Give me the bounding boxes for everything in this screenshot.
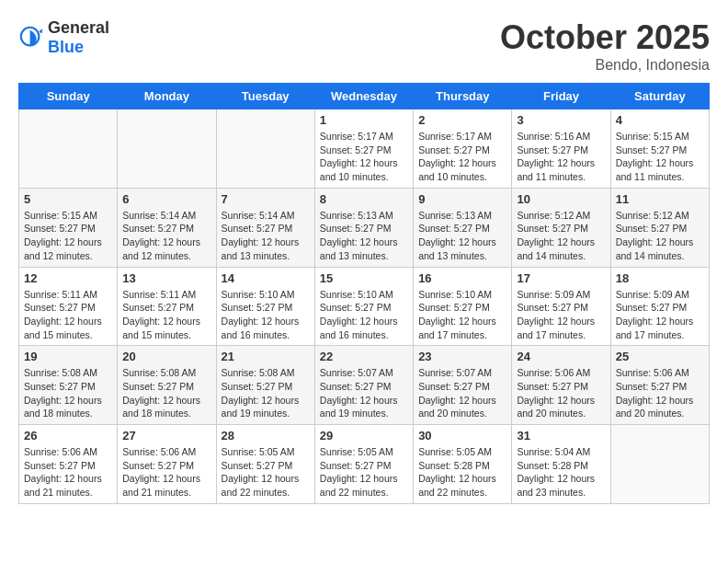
calendar-cell: 28Sunrise: 5:05 AMSunset: 5:27 PMDayligh… bbox=[216, 425, 314, 504]
logo-blue: Blue bbox=[48, 38, 84, 56]
calendar-cell: 16Sunrise: 5:10 AMSunset: 5:27 PMDayligh… bbox=[414, 267, 512, 346]
day-info: Sunrise: 5:12 AMSunset: 5:27 PMDaylight:… bbox=[616, 209, 704, 263]
day-number: 1 bbox=[320, 113, 408, 127]
week-row-2: 5Sunrise: 5:15 AMSunset: 5:27 PMDaylight… bbox=[19, 188, 710, 267]
calendar-cell: 19Sunrise: 5:08 AMSunset: 5:27 PMDayligh… bbox=[19, 346, 118, 425]
day-info: Sunrise: 5:08 AMSunset: 5:27 PMDaylight:… bbox=[24, 366, 112, 420]
day-info: Sunrise: 5:15 AMSunset: 5:27 PMDaylight:… bbox=[24, 209, 112, 263]
calendar-cell: 18Sunrise: 5:09 AMSunset: 5:27 PMDayligh… bbox=[610, 267, 709, 346]
day-info: Sunrise: 5:05 AMSunset: 5:27 PMDaylight:… bbox=[320, 445, 408, 500]
calendar-cell: 15Sunrise: 5:10 AMSunset: 5:27 PMDayligh… bbox=[314, 267, 413, 346]
calendar-cell: 8Sunrise: 5:13 AMSunset: 5:27 PMDaylight… bbox=[314, 188, 413, 267]
calendar-header: SundayMondayTuesdayWednesdayThursdayFrid… bbox=[19, 84, 710, 109]
column-header-sunday: Sunday bbox=[19, 84, 118, 109]
month-title: October 2025 bbox=[500, 18, 710, 57]
logo-icon bbox=[18, 25, 44, 51]
logo-general: General bbox=[48, 18, 109, 37]
day-info: Sunrise: 5:08 AMSunset: 5:27 PMDaylight:… bbox=[122, 366, 210, 420]
day-number: 5 bbox=[24, 192, 112, 206]
calendar-cell: 5Sunrise: 5:15 AMSunset: 5:27 PMDaylight… bbox=[19, 188, 118, 267]
day-info: Sunrise: 5:17 AMSunset: 5:27 PMDaylight:… bbox=[320, 130, 408, 184]
day-number: 25 bbox=[616, 350, 704, 363]
calendar: SundayMondayTuesdayWednesdayThursdayFrid… bbox=[18, 83, 710, 504]
column-header-saturday: Saturday bbox=[610, 84, 709, 109]
header-row: SundayMondayTuesdayWednesdayThursdayFrid… bbox=[19, 84, 710, 109]
column-header-thursday: Thursday bbox=[414, 84, 512, 109]
calendar-cell: 4Sunrise: 5:15 AMSunset: 5:27 PMDaylight… bbox=[610, 109, 709, 189]
day-info: Sunrise: 5:06 AMSunset: 5:27 PMDaylight:… bbox=[24, 445, 112, 500]
day-number: 15 bbox=[320, 271, 408, 285]
calendar-cell: 11Sunrise: 5:12 AMSunset: 5:27 PMDayligh… bbox=[610, 188, 709, 267]
day-info: Sunrise: 5:07 AMSunset: 5:27 PMDaylight:… bbox=[418, 366, 506, 420]
calendar-cell: 3Sunrise: 5:16 AMSunset: 5:27 PMDaylight… bbox=[512, 109, 610, 189]
day-number: 2 bbox=[418, 113, 506, 127]
week-row-1: 1Sunrise: 5:17 AMSunset: 5:27 PMDaylight… bbox=[19, 109, 710, 189]
calendar-cell: 21Sunrise: 5:08 AMSunset: 5:27 PMDayligh… bbox=[216, 346, 314, 425]
calendar-cell: 10Sunrise: 5:12 AMSunset: 5:27 PMDayligh… bbox=[512, 188, 610, 267]
calendar-cell: 6Sunrise: 5:14 AMSunset: 5:27 PMDaylight… bbox=[118, 188, 216, 267]
day-number: 26 bbox=[24, 429, 112, 442]
day-info: Sunrise: 5:15 AMSunset: 5:27 PMDaylight:… bbox=[616, 130, 704, 184]
day-info: Sunrise: 5:11 AMSunset: 5:27 PMDaylight:… bbox=[122, 288, 210, 342]
calendar-cell: 2Sunrise: 5:17 AMSunset: 5:27 PMDaylight… bbox=[414, 109, 512, 189]
calendar-cell: 24Sunrise: 5:06 AMSunset: 5:27 PMDayligh… bbox=[512, 346, 610, 425]
day-number: 29 bbox=[320, 429, 408, 442]
day-number: 21 bbox=[222, 350, 310, 363]
calendar-cell: 1Sunrise: 5:17 AMSunset: 5:27 PMDaylight… bbox=[314, 109, 413, 189]
day-info: Sunrise: 5:08 AMSunset: 5:27 PMDaylight:… bbox=[222, 366, 310, 420]
calendar-cell: 26Sunrise: 5:06 AMSunset: 5:27 PMDayligh… bbox=[19, 425, 118, 504]
column-header-monday: Monday bbox=[118, 84, 216, 109]
calendar-cell: 30Sunrise: 5:05 AMSunset: 5:28 PMDayligh… bbox=[414, 425, 512, 504]
day-info: Sunrise: 5:10 AMSunset: 5:27 PMDaylight:… bbox=[418, 288, 506, 342]
day-info: Sunrise: 5:13 AMSunset: 5:27 PMDaylight:… bbox=[418, 209, 506, 263]
day-info: Sunrise: 5:16 AMSunset: 5:27 PMDaylight:… bbox=[517, 130, 605, 184]
column-header-friday: Friday bbox=[512, 84, 610, 109]
day-number: 14 bbox=[222, 271, 310, 285]
calendar-cell: 29Sunrise: 5:05 AMSunset: 5:27 PMDayligh… bbox=[314, 425, 413, 504]
calendar-cell: 17Sunrise: 5:09 AMSunset: 5:27 PMDayligh… bbox=[512, 267, 610, 346]
day-info: Sunrise: 5:13 AMSunset: 5:27 PMDaylight:… bbox=[320, 209, 408, 263]
title-block: October 2025 Bendo, Indonesia bbox=[500, 18, 710, 74]
day-number: 30 bbox=[418, 429, 506, 442]
day-info: Sunrise: 5:11 AMSunset: 5:27 PMDaylight:… bbox=[24, 288, 112, 342]
day-number: 31 bbox=[517, 429, 605, 442]
day-number: 4 bbox=[616, 113, 704, 127]
day-info: Sunrise: 5:12 AMSunset: 5:27 PMDaylight:… bbox=[517, 209, 605, 263]
day-info: Sunrise: 5:07 AMSunset: 5:27 PMDaylight:… bbox=[320, 366, 408, 420]
day-number: 18 bbox=[616, 271, 704, 285]
location: Bendo, Indonesia bbox=[500, 57, 710, 74]
day-info: Sunrise: 5:06 AMSunset: 5:27 PMDaylight:… bbox=[517, 366, 605, 420]
day-number: 3 bbox=[517, 113, 605, 127]
page-header: General Blue October 2025 Bendo, Indones… bbox=[18, 18, 710, 74]
day-number: 24 bbox=[517, 350, 605, 363]
day-number: 20 bbox=[122, 350, 210, 363]
day-info: Sunrise: 5:04 AMSunset: 5:28 PMDaylight:… bbox=[517, 445, 605, 500]
week-row-4: 19Sunrise: 5:08 AMSunset: 5:27 PMDayligh… bbox=[19, 346, 710, 425]
column-header-wednesday: Wednesday bbox=[314, 84, 413, 109]
column-header-tuesday: Tuesday bbox=[216, 84, 314, 109]
calendar-cell bbox=[216, 109, 314, 189]
day-info: Sunrise: 5:17 AMSunset: 5:27 PMDaylight:… bbox=[418, 130, 506, 184]
logo: General Blue bbox=[18, 18, 109, 57]
day-number: 10 bbox=[517, 192, 605, 206]
calendar-cell bbox=[118, 109, 216, 189]
day-number: 27 bbox=[122, 429, 210, 442]
day-number: 16 bbox=[418, 271, 506, 285]
day-info: Sunrise: 5:06 AMSunset: 5:27 PMDaylight:… bbox=[616, 366, 704, 420]
day-number: 9 bbox=[418, 192, 506, 206]
calendar-body: 1Sunrise: 5:17 AMSunset: 5:27 PMDaylight… bbox=[19, 109, 710, 504]
day-info: Sunrise: 5:06 AMSunset: 5:27 PMDaylight:… bbox=[122, 445, 210, 500]
day-number: 17 bbox=[517, 271, 605, 285]
calendar-cell: 12Sunrise: 5:11 AMSunset: 5:27 PMDayligh… bbox=[19, 267, 118, 346]
day-info: Sunrise: 5:09 AMSunset: 5:27 PMDaylight:… bbox=[616, 288, 704, 342]
day-number: 19 bbox=[24, 350, 112, 363]
calendar-cell: 27Sunrise: 5:06 AMSunset: 5:27 PMDayligh… bbox=[118, 425, 216, 504]
calendar-cell: 23Sunrise: 5:07 AMSunset: 5:27 PMDayligh… bbox=[414, 346, 512, 425]
calendar-cell: 13Sunrise: 5:11 AMSunset: 5:27 PMDayligh… bbox=[118, 267, 216, 346]
day-number: 6 bbox=[122, 192, 210, 206]
logo-text: General Blue bbox=[48, 18, 109, 57]
calendar-cell: 25Sunrise: 5:06 AMSunset: 5:27 PMDayligh… bbox=[610, 346, 709, 425]
calendar-cell: 22Sunrise: 5:07 AMSunset: 5:27 PMDayligh… bbox=[314, 346, 413, 425]
calendar-cell: 9Sunrise: 5:13 AMSunset: 5:27 PMDaylight… bbox=[414, 188, 512, 267]
day-number: 22 bbox=[320, 350, 408, 363]
